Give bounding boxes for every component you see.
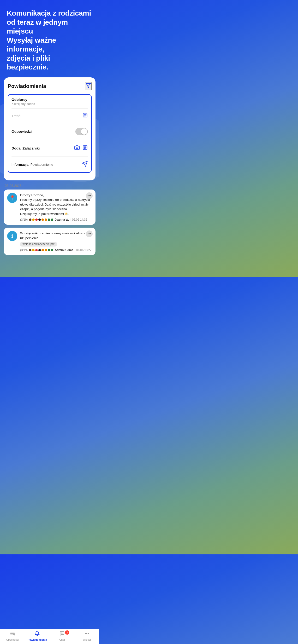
color-dot [42, 249, 44, 251]
color-dot [42, 218, 44, 221]
divider-3 [12, 140, 88, 140]
notif-time: | 02.06 14:32 [71, 218, 87, 222]
attachment-tag[interactable]: wniosek-świadczenie.pdf [20, 242, 57, 246]
notif-count: (3/19) [20, 248, 28, 252]
notif-author: Admin Kidme [55, 248, 73, 252]
attachments-label: Dodaj Załączniki [12, 146, 40, 150]
recipients-hint: Kliknij aby dodać [12, 102, 88, 106]
notif-avatar: ℹ [7, 231, 17, 241]
more-button[interactable]: ••• [86, 192, 93, 199]
type-informacja-button[interactable]: Informacja [12, 162, 31, 168]
notif-author: Joanna W. [55, 218, 69, 222]
color-dot [35, 249, 38, 251]
notif-footer: (3/19) Joanna W. | 02.06 14:32 [20, 218, 92, 222]
compose-form: Odbiorcy Kliknij aby dodać Treść... [8, 94, 92, 173]
content-row: Treść... [12, 111, 88, 120]
hero-section: Komunikacja z rodzicami od teraz w jedny… [0, 0, 99, 78]
notif-avatar: 📍 [7, 193, 17, 203]
notif-inner: ℹ W załączniku zamieszczamy wzór wniosku… [7, 231, 92, 252]
template-icon[interactable] [83, 112, 88, 119]
color-dot [45, 218, 47, 221]
color-dot [48, 218, 50, 221]
replies-row: Odpowiedzi [12, 126, 88, 138]
color-dot [48, 249, 50, 251]
divider-1 [12, 108, 88, 109]
color-dot [51, 218, 53, 221]
main-card: Powiadomienia Odbiorcy Kliknij aby dodać… [4, 78, 95, 180]
color-dots [29, 249, 53, 251]
send-button[interactable] [82, 161, 88, 168]
color-dot [38, 249, 41, 251]
svg-marker-0 [86, 84, 91, 88]
notif-footer: (3/19) Admin Kidme | 06.06 13:27 [20, 248, 92, 252]
notif-count: (3/19) [20, 218, 28, 222]
divider-2 [12, 123, 88, 123]
notification-list: 📍 Drodzy Rodzice,Prosimy o przyniesienie… [0, 190, 99, 256]
divider-4 [12, 156, 88, 156]
notification-card-1: 📍 Drodzy Rodzice,Prosimy o przyniesienie… [4, 190, 95, 225]
attachments-row: Dodaj Załączniki [12, 142, 88, 154]
notif-text: Drodzy Rodzice,Prosimy o przyniesienie d… [20, 193, 92, 216]
attach-icons [74, 145, 88, 152]
camera-icon[interactable] [74, 145, 80, 152]
recipients-section[interactable]: Odbiorcy Kliknij aby dodać [12, 98, 88, 106]
replies-label: Odpowiedzi [12, 130, 32, 134]
color-dot [29, 249, 32, 251]
color-dot [45, 249, 47, 251]
color-dot [38, 218, 41, 221]
notif-time: | 06.06 13:27 [75, 248, 92, 252]
bottom-actions: Informacja Powiadomienie [12, 159, 88, 170]
notif-inner: 📍 Drodzy Rodzice,Prosimy o przyniesienie… [7, 193, 92, 222]
card-title: Powiadomienia [8, 83, 46, 89]
color-dot [51, 249, 53, 251]
notification-card-2: ℹ W załączniku zamieszczamy wzór wniosku… [4, 228, 95, 255]
toggle-knob [81, 128, 87, 135]
color-dot [29, 218, 32, 221]
color-dot [35, 218, 38, 221]
file-icon[interactable] [83, 145, 88, 152]
notif-body: W załączniku zamieszczamy wzór wniosku d… [20, 231, 92, 252]
card-header: Powiadomienia [8, 82, 92, 90]
date-separator: 06.06.2023 [0, 180, 99, 190]
color-dot [32, 249, 35, 251]
hero-title: Komunikacja z rodzicami od teraz w jedny… [7, 8, 93, 72]
notif-text: W załączniku zamieszczamy wzór wniosku d… [20, 231, 92, 240]
color-dot [32, 218, 35, 221]
svg-point-5 [76, 147, 78, 148]
content-placeholder[interactable]: Treść... [12, 114, 23, 118]
color-dots [29, 218, 53, 221]
recipients-label: Odbiorcy [12, 98, 88, 102]
replies-toggle[interactable] [75, 128, 88, 135]
notif-body: Drodzy Rodzice,Prosimy o przyniesienie d… [20, 193, 92, 222]
type-powiadomienie-button[interactable]: Powiadomienie [31, 162, 55, 168]
filter-button[interactable] [85, 82, 92, 90]
